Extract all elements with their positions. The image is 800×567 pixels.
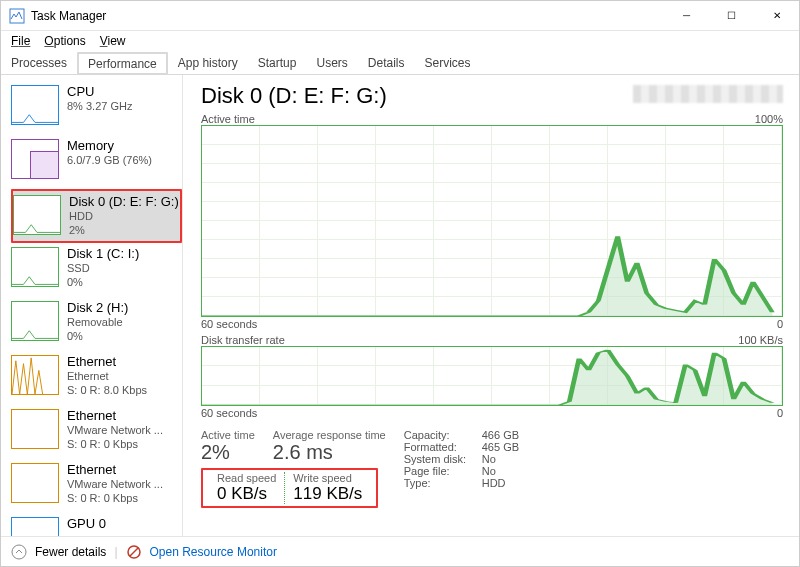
sidebar-thumb-icon — [13, 195, 61, 235]
stat-active-time: Active time 2% — [201, 429, 255, 464]
task-manager-icon — [9, 8, 25, 24]
menubar: File Options View — [1, 31, 799, 51]
disk-details-table: Capacity:466 GB Formatted:465 GB System … — [404, 429, 519, 508]
chevron-up-icon[interactable] — [11, 544, 27, 560]
sidebar-item-label: Memory6.0/7.9 GB (76%) — [67, 139, 152, 185]
tab-app-history[interactable]: App history — [168, 52, 248, 75]
close-button[interactable]: ✕ — [754, 1, 799, 30]
transfer-rate-chart-block: Disk transfer rate 100 KB/s 60 seconds 0 — [201, 334, 783, 419]
sidebar-thumb-icon — [11, 463, 59, 503]
sidebar: CPU8% 3.27 GHzMemory6.0/7.9 GB (76%)Disk… — [1, 75, 183, 536]
tab-startup[interactable]: Startup — [248, 52, 307, 75]
chart1-max: 100% — [755, 113, 783, 125]
page-title: Disk 0 (D: E: F: G:) — [201, 83, 633, 109]
sidebar-item-1[interactable]: Memory6.0/7.9 GB (76%) — [11, 135, 182, 189]
fewer-details-link[interactable]: Fewer details — [35, 545, 106, 559]
sidebar-item-4[interactable]: Disk 2 (H:)Removable0% — [11, 297, 182, 351]
content: CPU8% 3.27 GHzMemory6.0/7.9 GB (76%)Disk… — [1, 75, 799, 536]
chart2-x-left: 60 seconds — [201, 407, 257, 419]
stats-row: Active time 2% Average response time 2.6… — [201, 429, 783, 508]
sidebar-thumb-icon — [11, 355, 59, 395]
chart2-max: 100 KB/s — [738, 334, 783, 346]
stat-read-speed: Read speed 0 KB/s — [209, 472, 285, 504]
resource-monitor-icon — [126, 544, 142, 560]
sidebar-thumb-icon — [11, 139, 59, 179]
menu-view[interactable]: View — [94, 34, 132, 48]
transfer-rate-line — [202, 347, 782, 405]
sidebar-item-label: GPU 0 — [67, 517, 106, 536]
sidebar-item-label: EthernetEthernetS: 0 R: 8.0 Kbps — [67, 355, 147, 401]
sidebar-item-label: Disk 2 (H:)Removable0% — [67, 301, 128, 347]
chart2-label: Disk transfer rate — [201, 334, 285, 346]
sidebar-thumb-icon — [11, 85, 59, 125]
sidebar-item-label: EthernetVMware Network ...S: 0 R: 0 Kbps — [67, 409, 163, 455]
sidebar-thumb-icon — [11, 301, 59, 341]
open-resource-monitor-link[interactable]: Open Resource Monitor — [150, 545, 277, 559]
chart1-x-left: 60 seconds — [201, 318, 257, 330]
active-time-chart[interactable] — [201, 125, 783, 317]
chart1-label: Active time — [201, 113, 255, 125]
menu-options[interactable]: Options — [38, 34, 91, 48]
svg-line-3 — [130, 548, 138, 556]
sidebar-item-label: EthernetVMware Network ...S: 0 R: 0 Kbps — [67, 463, 163, 509]
tab-bar: Processes Performance App history Startu… — [1, 51, 799, 75]
sidebar-item-label: Disk 1 (C: I:)SSD0% — [67, 247, 139, 293]
active-time-line — [202, 126, 782, 316]
maximize-button[interactable]: ☐ — [709, 1, 754, 30]
sidebar-item-6[interactable]: EthernetVMware Network ...S: 0 R: 0 Kbps — [11, 405, 182, 459]
sidebar-item-8[interactable]: GPU 0 — [11, 513, 182, 536]
disk-model-blurred — [633, 85, 783, 103]
tab-services[interactable]: Services — [415, 52, 481, 75]
active-time-chart-block: Active time 100% 60 seconds 0 — [201, 113, 783, 330]
minimize-button[interactable]: ─ — [664, 1, 709, 30]
sidebar-item-5[interactable]: EthernetEthernetS: 0 R: 8.0 Kbps — [11, 351, 182, 405]
svg-point-1 — [12, 545, 26, 559]
sidebar-thumb-icon — [11, 247, 59, 287]
sidebar-item-0[interactable]: CPU8% 3.27 GHz — [11, 81, 182, 135]
transfer-rate-chart[interactable] — [201, 346, 783, 406]
stat-write-speed: Write speed 119 KB/s — [285, 472, 370, 504]
main-panel: Disk 0 (D: E: F: G:) Active time 100% 60… — [183, 75, 799, 536]
chart1-x-right: 0 — [777, 318, 783, 330]
sidebar-item-7[interactable]: EthernetVMware Network ...S: 0 R: 0 Kbps — [11, 459, 182, 513]
read-write-group: Read speed 0 KB/s Write speed 119 KB/s — [201, 468, 378, 508]
sidebar-thumb-icon — [11, 517, 59, 536]
tab-processes[interactable]: Processes — [1, 52, 77, 75]
tab-performance[interactable]: Performance — [77, 52, 168, 75]
tab-details[interactable]: Details — [358, 52, 415, 75]
titlebar: Task Manager ─ ☐ ✕ — [1, 1, 799, 31]
stat-avg-response: Average response time 2.6 ms — [273, 429, 386, 464]
sidebar-item-2[interactable]: Disk 0 (D: E: F: G:)HDD2% — [11, 189, 182, 243]
sidebar-item-label: Disk 0 (D: E: F: G:)HDD2% — [69, 195, 179, 237]
sidebar-item-3[interactable]: Disk 1 (C: I:)SSD0% — [11, 243, 182, 297]
window-controls: ─ ☐ ✕ — [664, 1, 799, 30]
sidebar-item-label: CPU8% 3.27 GHz — [67, 85, 132, 131]
sidebar-thumb-icon — [11, 409, 59, 449]
tab-users[interactable]: Users — [306, 52, 357, 75]
menu-file[interactable]: File — [5, 34, 36, 48]
chart2-x-right: 0 — [777, 407, 783, 419]
footer: Fewer details | Open Resource Monitor — [1, 536, 799, 566]
window-title: Task Manager — [31, 9, 664, 23]
